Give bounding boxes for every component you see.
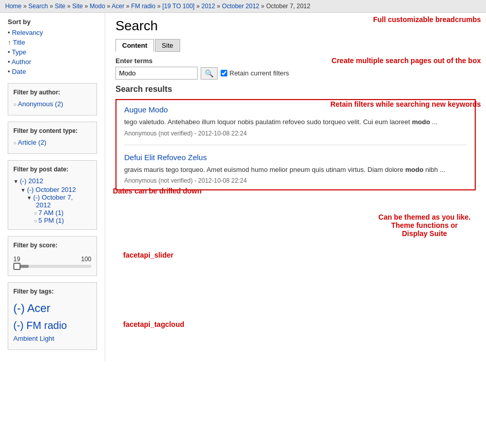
breadcrumb-site2[interactable]: Site <box>72 3 83 10</box>
sort-by-section: Sort by Relevancy Title Type Author <box>8 18 97 75</box>
breadcrumb-2012[interactable]: 2012 <box>202 3 216 10</box>
result-title-1[interactable]: Augue Modo <box>124 105 467 114</box>
date-tree: (-) 2012 (-) October 2012 (-) October 7,… <box>13 177 91 224</box>
breadcrumb-current: October 7, 2012 <box>266 3 310 10</box>
tagcloud: (-) Acer (-) FM radio Ambient Light <box>13 299 91 344</box>
breadcrumb-oct2012[interactable]: October 2012 <box>222 3 260 10</box>
score-slider-container: 19 100 <box>13 253 91 270</box>
filter-post-date-block: Filter by post date: (-) 2012 (-) Octobe… <box>8 160 97 230</box>
breadcrumb-search[interactable]: Search <box>28 3 48 10</box>
date-oct7-2012[interactable]: (-) October 7, 2012 <box>27 193 91 209</box>
filter-score-block: Filter by score: 19 100 <box>8 236 97 276</box>
date-2012[interactable]: (-) 2012 <box>13 177 91 185</box>
search-input-row: 🔍 Retain current filters <box>115 67 476 80</box>
retain-filters-checkbox[interactable] <box>221 70 227 76</box>
search-submit-button[interactable]: 🔍 <box>201 67 218 80</box>
slider-max-label: 100 <box>81 256 91 263</box>
filter-content-type-block: Filter by content type: Article (2) <box>8 122 97 154</box>
sort-by-heading: Sort by <box>8 18 97 26</box>
sort-title[interactable]: Title <box>8 38 97 46</box>
results-box: Augue Modo tego valetudo. Antehabeo illu… <box>115 99 476 190</box>
filter-score-heading: Filter by score: <box>13 242 91 249</box>
tag-fmradio[interactable]: (-) FM radio <box>13 317 91 334</box>
filter-post-date-heading: Filter by post date: <box>13 166 91 173</box>
result-meta-2: Anonymous (not verified) - 2012-10-08 22… <box>124 177 467 184</box>
date-oct2012[interactable]: (-) October 2012 <box>21 186 91 193</box>
filter-content-type-list: Article (2) <box>13 139 91 146</box>
result-bold-2: modo <box>405 166 423 173</box>
filter-tags-block: Filter by tags: (-) Acer (-) FM radio Am… <box>8 282 97 350</box>
result-item-2: Defui Elit Refoveo Zelus gravis mauris t… <box>124 153 467 185</box>
filter-author-list: Anonymous (2) <box>13 100 91 108</box>
tab-site[interactable]: Site <box>155 39 180 52</box>
filter-content-type-heading: Filter by content type: <box>13 127 91 134</box>
annotation-themed: Can be themed as you like.Theme function… <box>378 213 471 238</box>
slider-thumb[interactable] <box>13 263 21 270</box>
filter-author-anonymous[interactable]: Anonymous (2) <box>13 100 91 108</box>
breadcrumb: Home » Search » Site » Site » Modo » Ace… <box>0 0 486 13</box>
result-title-2[interactable]: Defui Elit Refoveo Zelus <box>124 153 467 162</box>
sort-type[interactable]: Type <box>8 48 97 56</box>
search-tabs: Content Site <box>115 39 476 52</box>
tab-content[interactable]: Content <box>115 39 154 52</box>
breadcrumb-modo[interactable]: Modo <box>90 3 105 10</box>
sidebar: Sort by Relevancy Title Type Author <box>0 13 105 361</box>
date-5pm[interactable]: 5 PM (1) <box>34 217 91 224</box>
breadcrumb-home[interactable]: Home <box>5 3 22 10</box>
result-item-1: Augue Modo tego valetudo. Antehabeo illu… <box>124 105 467 145</box>
main-content: Search Content Site Enter terms 🔍 Retain… <box>105 13 486 361</box>
sort-relevancy[interactable]: Relevancy <box>8 29 97 36</box>
retain-filters-row: Retain current filters <box>221 69 289 77</box>
filter-author-heading: Filter by author: <box>13 89 91 96</box>
result-bold-1: modo <box>412 118 430 126</box>
breadcrumb-fmradio[interactable]: FM radio <box>131 3 155 10</box>
result-body-2: gravis mauris tego torqueo. Amet euismod… <box>124 165 467 175</box>
sort-date[interactable]: Date <box>8 68 97 75</box>
retain-filters-label: Retain current filters <box>229 69 289 77</box>
filter-author-block: Filter by author: Anonymous (2) <box>8 83 97 115</box>
tag-acer[interactable]: (-) Acer <box>13 299 91 317</box>
breadcrumb-range[interactable]: [19 TO 100] <box>162 3 195 10</box>
sort-author[interactable]: Author <box>8 58 97 66</box>
date-7am[interactable]: 7 AM (1) <box>34 209 91 217</box>
filter-tags-heading: Filter by tags: <box>13 288 91 295</box>
results-heading: Search results <box>115 85 476 94</box>
result-meta-1: Anonymous (not verified) - 2012-10-08 22… <box>124 130 467 137</box>
slider-track[interactable] <box>13 265 91 268</box>
filter-content-article[interactable]: Article (2) <box>13 139 91 146</box>
breadcrumb-acer[interactable]: Acer <box>112 3 125 10</box>
slider-labels: 19 100 <box>13 256 91 263</box>
page-title: Search <box>115 18 476 34</box>
breadcrumb-site1[interactable]: Site <box>55 3 66 10</box>
sort-by-list: Relevancy Title Type Author Date <box>8 29 97 75</box>
result-body-1: tego valetudo. Antehabeo illum loquor no… <box>124 117 467 127</box>
enter-terms-label: Enter terms <box>115 57 476 65</box>
slider-min-label: 19 <box>13 256 20 263</box>
search-input[interactable] <box>115 67 198 80</box>
tag-ambientlight[interactable]: Ambient Light <box>13 334 91 344</box>
